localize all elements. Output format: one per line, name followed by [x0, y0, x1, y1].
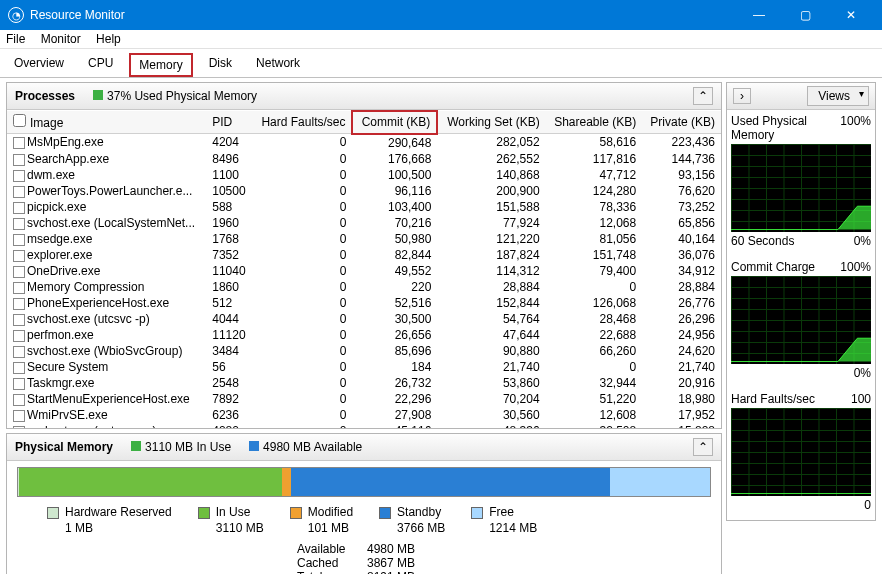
table-row[interactable]: explorer.exe7352082,844187,824151,74836,… — [7, 247, 721, 263]
table-row[interactable]: StartMenuExperienceHost.exe7892022,29670… — [7, 391, 721, 407]
table-row[interactable]: PhoneExperienceHost.exe512052,516152,844… — [7, 295, 721, 311]
table-row[interactable]: Memory Compression1860022028,884028,884 — [7, 279, 721, 295]
views-dropdown[interactable]: Views — [807, 86, 869, 106]
menu-help[interactable]: Help — [96, 32, 121, 46]
charts-panel: › Views Used Physical Memory100% 60 Seco… — [726, 82, 876, 521]
svg-marker-1 — [731, 338, 871, 361]
table-row[interactable]: WmiPrvSE.exe6236027,90830,56012,60817,95… — [7, 407, 721, 423]
chart-title: Hard Faults/sec — [731, 392, 815, 406]
physmem-title: Physical Memory — [15, 440, 113, 454]
chart-canvas — [731, 144, 871, 232]
app-icon: ◔ — [8, 7, 24, 23]
collapse-charts-button[interactable]: › — [733, 88, 751, 104]
svg-marker-0 — [731, 206, 871, 229]
memory-legend: Hardware Reserved1 MBIn Use3110 MBModifi… — [47, 505, 711, 536]
col-shareable-kb-[interactable]: Shareable (KB) — [546, 111, 643, 134]
tab-network[interactable]: Network — [248, 53, 308, 77]
table-row[interactable]: svchost.exe (LocalSystemNet...1960070,21… — [7, 215, 721, 231]
title-bar: ◔ Resource Monitor — ▢ ✕ — [0, 0, 882, 30]
legend-item: Hardware Reserved1 MB — [47, 505, 172, 536]
chart-block: Used Physical Memory100% 60 Seconds0% — [727, 110, 875, 256]
membar-segment — [19, 468, 282, 496]
collapse-physmem-button[interactable]: ⌃ — [693, 438, 713, 456]
tab-disk[interactable]: Disk — [201, 53, 240, 77]
table-row[interactable]: dwm.exe11000100,500140,86847,71293,156 — [7, 167, 721, 183]
physmem-available: 4980 MB Available — [249, 440, 362, 454]
chart-title: Used Physical Memory — [731, 114, 840, 142]
processes-title: Processes — [15, 89, 75, 103]
tab-memory[interactable]: Memory — [129, 53, 192, 77]
tab-bar: Overview CPU Memory Disk Network — [0, 49, 882, 78]
legend-item: In Use3110 MB — [198, 505, 264, 536]
processes-summary: 37% Used Physical Memory — [93, 89, 257, 103]
col-commit-kb-[interactable]: Commit (KB) — [352, 111, 437, 134]
minimize-button[interactable]: — — [736, 0, 782, 30]
table-row[interactable]: SearchApp.exe84960176,668262,552117,8161… — [7, 151, 721, 167]
table-row[interactable]: MsMpEng.exe42040290,648282,05258,616223,… — [7, 134, 721, 151]
chart-max: 100% — [840, 114, 871, 142]
tab-cpu[interactable]: CPU — [80, 53, 121, 77]
col-pid[interactable]: PID — [206, 111, 253, 134]
col-hard-faults-sec[interactable]: Hard Faults/sec — [253, 111, 353, 134]
select-all-checkbox[interactable] — [13, 114, 26, 127]
menu-monitor[interactable]: Monitor — [41, 32, 81, 46]
physical-memory-panel: Physical Memory 3110 MB In Use 4980 MB A… — [6, 433, 722, 574]
table-row[interactable]: Taskmgr.exe2548026,73253,86032,94420,916 — [7, 375, 721, 391]
table-row[interactable]: picpick.exe5880103,400151,58878,33673,25… — [7, 199, 721, 215]
chart-canvas — [731, 408, 871, 496]
chart-max: 100% — [840, 260, 871, 274]
legend-item: Modified101 MB — [290, 505, 353, 536]
collapse-processes-button[interactable]: ⌃ — [693, 87, 713, 105]
chart-max: 100 — [851, 392, 871, 406]
maximize-button[interactable]: ▢ — [782, 0, 828, 30]
col-working-set-kb-[interactable]: Working Set (KB) — [437, 111, 545, 134]
chart-footer-left: 60 Seconds — [731, 234, 794, 248]
chart-block: Commit Charge100% 0% — [727, 256, 875, 388]
window-title: Resource Monitor — [30, 8, 736, 22]
membar-segment — [291, 468, 609, 496]
processes-table[interactable]: ImagePIDHard Faults/secCommit (KB)Workin… — [7, 110, 721, 428]
table-row[interactable]: svchost.exe (netsvcs -p)4280045,11648,33… — [7, 423, 721, 429]
legend-item: Standby3766 MB — [379, 505, 445, 536]
table-row[interactable]: Secure System56018421,740021,740 — [7, 359, 721, 375]
chart-block: Hard Faults/sec100 0 — [727, 388, 875, 520]
table-row[interactable]: OneDrive.exe11040049,552114,31279,40034,… — [7, 263, 721, 279]
chart-footer-right: 0% — [854, 366, 871, 380]
chart-canvas — [731, 276, 871, 364]
table-row[interactable]: svchost.exe (utcsvc -p)4044030,50054,764… — [7, 311, 721, 327]
table-row[interactable]: perfmon.exe11120026,65647,64422,68824,95… — [7, 327, 721, 343]
tab-overview[interactable]: Overview — [6, 53, 72, 77]
physmem-inuse: 3110 MB In Use — [131, 440, 231, 454]
close-button[interactable]: ✕ — [828, 0, 874, 30]
menu-bar: File Monitor Help — [0, 30, 882, 49]
col-private-kb-[interactable]: Private (KB) — [642, 111, 721, 134]
memory-bar — [17, 467, 711, 497]
memory-stats: Available4980 MBCached3867 MBTotal8191 M… — [297, 542, 711, 574]
chart-footer-right: 0% — [854, 234, 871, 248]
table-row[interactable]: svchost.exe (WbioSvcGroup)3484085,69690,… — [7, 343, 721, 359]
menu-file[interactable]: File — [6, 32, 25, 46]
col-image[interactable]: Image — [7, 111, 206, 134]
table-row[interactable]: msedge.exe1768050,980121,22081,05640,164 — [7, 231, 721, 247]
processes-panel: Processes 37% Used Physical Memory ⌃ Ima… — [6, 82, 722, 429]
membar-segment — [610, 468, 710, 496]
chart-footer-right: 0 — [864, 498, 871, 512]
membar-segment — [282, 468, 291, 496]
table-row[interactable]: PowerToys.PowerLauncher.e...10500096,116… — [7, 183, 721, 199]
chart-title: Commit Charge — [731, 260, 815, 274]
legend-item: Free1214 MB — [471, 505, 537, 536]
